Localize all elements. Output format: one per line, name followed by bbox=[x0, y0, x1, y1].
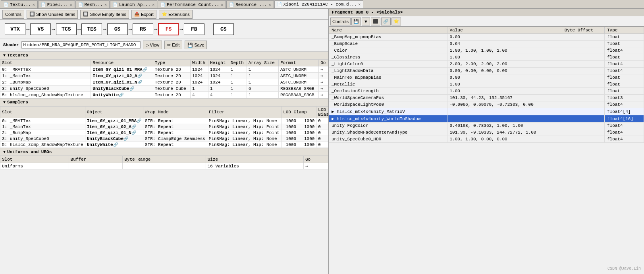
tex-go[interactable]: ⇒ bbox=[319, 92, 328, 98]
show-empty-button[interactable]: 🔲 Show Empty Items bbox=[80, 10, 129, 19]
right-table-row[interactable]: _BumpMap_mipmapBias 0.00 float bbox=[329, 34, 644, 41]
sampler-row[interactable]: 0: _MRATTex Item_GY_qizi_01_MRA🔗 STR: Re… bbox=[0, 118, 329, 124]
show-unused-button[interactable]: 🔲 Show Unused Items bbox=[27, 10, 78, 19]
sampler-col-lodbias: LOD Bias bbox=[316, 107, 328, 118]
tab-pipel[interactable]: 📄 Pipel... ✕ bbox=[38, 0, 75, 8]
textures-collapse-icon: ▼ bbox=[3, 53, 6, 58]
sampler-row[interactable]: 2: _BumpMap Item_GY_qizi_01_N🔗 STR: Repe… bbox=[0, 130, 329, 136]
tab-perf-close[interactable]: ✕ bbox=[221, 2, 223, 7]
texture-row[interactable]: 5: hlslcc_zcmp_ShadowMapTexture UnityWhi… bbox=[0, 92, 328, 98]
uniform-row[interactable]: Uniforms 16 Variables ⇒ bbox=[0, 163, 328, 169]
stage-tcs[interactable]: TCS bbox=[56, 23, 77, 35]
tab-mesh-close[interactable]: ✕ bbox=[104, 2, 107, 7]
tab-textu-close[interactable]: ✕ bbox=[33, 2, 35, 7]
right-type: float4[16] bbox=[604, 115, 644, 122]
samp-filter: Min&Mag: Linear, Mip: None bbox=[207, 142, 281, 148]
tex-type: Texture 2D bbox=[153, 66, 190, 73]
sampler-row[interactable]: 1: _MainTex Item_GY_qizi_02_A🔗 STR: Repe… bbox=[0, 124, 329, 130]
right-col-byteoffset: Byte Offset bbox=[562, 27, 604, 34]
right-type: float4 bbox=[604, 101, 644, 108]
tex-arraysize: 6 bbox=[247, 86, 278, 92]
samplers-table-container[interactable]: Slot Object Wrap Mode Filter LOD Clamp L… bbox=[0, 106, 328, 148]
tab-launch-close[interactable]: ✕ bbox=[152, 2, 154, 7]
right-table-row[interactable]: _WorldSpaceLightPos0 -0.0066, 0.69079, -… bbox=[329, 101, 644, 108]
edit-icon: ✏ bbox=[167, 43, 171, 48]
tab-xiaomi[interactable]: 📄 Xiaomi 22041211AC - com.d... ✕ bbox=[274, 0, 364, 8]
right-table-row[interactable]: _LightColor0 2.00, 2.00, 2.00, 2.00 floa… bbox=[329, 61, 644, 68]
samp-lodbias: 0 bbox=[316, 136, 328, 142]
tab-resource-close[interactable]: ✕ bbox=[268, 2, 271, 7]
tab-pipel-close[interactable]: ✕ bbox=[70, 2, 72, 7]
view-button[interactable]: ▷ View bbox=[143, 41, 162, 49]
right-link-button[interactable]: 🔗 bbox=[381, 17, 391, 25]
tab-mesh[interactable]: 📄 Mesh... ✕ bbox=[75, 0, 110, 8]
right-save-button[interactable]: 💾 bbox=[351, 17, 361, 25]
stage-vtx[interactable]: VTX bbox=[5, 23, 25, 35]
right-down-button[interactable]: ▼ bbox=[362, 17, 370, 25]
right-table-row[interactable]: _OcclusionStrength 1.00 float bbox=[329, 88, 644, 95]
tab-perf[interactable]: 📄 Performance Count... ✕ bbox=[158, 0, 226, 8]
right-byteoffset bbox=[562, 101, 604, 108]
right-name: unity_SpecCube0_HDR bbox=[329, 136, 447, 143]
tex-go[interactable]: ⇒ bbox=[319, 66, 328, 73]
tex-height: 4 bbox=[208, 92, 229, 98]
right-table-row[interactable]: _BumpScale 0.64 float bbox=[329, 41, 644, 47]
right-block-button[interactable]: ⬛ bbox=[371, 17, 380, 25]
uniforms-table-container[interactable]: Slot Buffer Byte Range Size Go Uniforms … bbox=[0, 156, 328, 169]
uni-go[interactable]: ⇒ bbox=[303, 163, 328, 169]
sampler-row[interactable]: 3: unity_SpecCube0 UnityBlackCube🔗 STR: … bbox=[0, 136, 329, 142]
stage-cs[interactable]: CS bbox=[213, 23, 234, 35]
texture-row[interactable]: 0: _MRATTex Item_GY_qizi_01_MRA🔗 Texture… bbox=[0, 66, 328, 73]
right-star-button[interactable]: ⭐ bbox=[391, 17, 401, 25]
texture-row[interactable]: 2: _BumpMap Item_GY_qizi_01_N🔗 Texture 2… bbox=[0, 79, 328, 86]
tex-slot: 3: unity_SpecCube0 bbox=[0, 86, 91, 92]
edit-button[interactable]: ✏ Edit bbox=[164, 41, 182, 49]
right-table-row[interactable]: ▶ hlslcc_mtx4x4unity_MatrixV float4[4] bbox=[329, 108, 644, 115]
export-button[interactable]: 📤 Export bbox=[131, 10, 156, 19]
right-table-row[interactable]: _Metallic 1.00 float bbox=[329, 81, 644, 88]
tab-xiaomi-close[interactable]: ✕ bbox=[358, 2, 361, 7]
uniforms-section-header[interactable]: ▼ Uniforms and UBOs bbox=[0, 148, 328, 156]
right-table-row[interactable]: _Glossiness 1.00 float bbox=[329, 54, 644, 61]
right-content[interactable]: Name Value Byte Offset Type _BumpMap_mip… bbox=[329, 27, 644, 274]
right-table-row[interactable]: _MainTex_mipmapBias 0.00 float bbox=[329, 74, 644, 81]
texture-row[interactable]: 3: unity_SpecCube0 UnityBlackCube🔗 Textu… bbox=[0, 86, 328, 92]
tex-go[interactable]: ⇒ bbox=[319, 86, 328, 92]
stage-tes[interactable]: TES bbox=[81, 23, 102, 35]
right-table-row[interactable]: unity_FogColor 0.40198, 0.78362, 1.00, 1… bbox=[329, 122, 644, 129]
textures-section-header[interactable]: ▼ Textures bbox=[0, 51, 328, 59]
samp-slot: 3: unity_SpecCube0 bbox=[0, 136, 85, 142]
controls-button[interactable]: Controls bbox=[2, 10, 24, 19]
right-table-row[interactable]: _WorldSpaceCameraPos 101.30, 44.23, 152.… bbox=[329, 95, 644, 101]
right-table-row[interactable]: _Color 1.00, 1.00, 1.00, 1.00 float4 bbox=[329, 47, 644, 54]
textures-table-container[interactable]: Slot Resource Type Width Height Depth Ar… bbox=[0, 59, 328, 98]
right-byteoffset bbox=[562, 95, 604, 101]
save-button[interactable]: 💾 Save bbox=[185, 41, 207, 49]
stage-fs[interactable]: FS bbox=[158, 23, 179, 35]
tex-resource: Item_GY_qizi_01_MRA🔗 bbox=[91, 66, 153, 73]
right-table-row[interactable]: unity_SpecCube0_HDR 1.00, 1.00, 0.00, 0.… bbox=[329, 136, 644, 143]
stage-rs[interactable]: RS bbox=[133, 23, 153, 35]
tab-resource[interactable]: 📄 Resource ... ✕ bbox=[226, 0, 274, 8]
samp-filter: Min&Mag: Linear, Mip: Point bbox=[207, 130, 281, 136]
samp-filter: Min&Mag: Linear, Mip: None bbox=[207, 118, 281, 124]
samplers-section-header[interactable]: ▼ Samplers bbox=[0, 98, 328, 106]
tex-width: 1024 bbox=[191, 79, 208, 86]
tex-go[interactable]: ⇒ bbox=[319, 73, 328, 79]
stage-fb[interactable]: FB bbox=[184, 23, 204, 35]
sampler-row[interactable]: 5: hlslcc_zcmp_ShadowMapTexture UnityWhi… bbox=[0, 142, 329, 148]
right-name: _Color bbox=[329, 47, 447, 54]
right-table-row[interactable]: unity_ShadowFadeCenterAndType 101.30, -9… bbox=[329, 129, 644, 136]
tab-textu[interactable]: 📄 Textu... ✕ bbox=[1, 0, 38, 8]
col-height: Height bbox=[208, 60, 229, 66]
stage-vs[interactable]: VS bbox=[30, 23, 51, 35]
tex-go[interactable]: ⇒ bbox=[319, 79, 328, 86]
stage-gs[interactable]: GS bbox=[107, 23, 128, 35]
tex-height: 1024 bbox=[208, 66, 229, 73]
right-table-row[interactable]: ▶ hlslcc_mtx4x4unity_WorldToShadow float… bbox=[329, 115, 644, 122]
tab-launch[interactable]: 📄 Launch Ap... ✕ bbox=[110, 0, 157, 8]
right-controls-button[interactable]: Controls bbox=[330, 17, 351, 25]
right-table-row[interactable]: _LightShadowData 0.00, 0.00, 0.00, 0.00 … bbox=[329, 68, 644, 74]
texture-row[interactable]: 1: _MainTex Item_GY_qizi_02_A🔗 Texture 2… bbox=[0, 73, 328, 79]
extensions-button[interactable]: ⭐ Extensions bbox=[159, 10, 193, 19]
